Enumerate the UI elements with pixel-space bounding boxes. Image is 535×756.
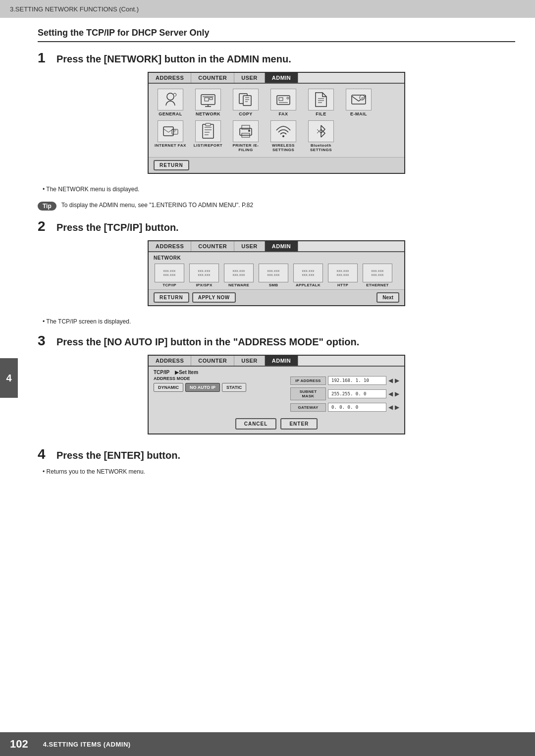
proto-smb[interactable]: xxx.xxx xxx.xxx SMB	[258, 264, 289, 287]
copy-icon-box	[233, 89, 259, 110]
bluetooth-icon-box	[308, 120, 334, 142]
icon-internet-fax[interactable]: INTERNET FAX	[154, 120, 187, 152]
icon-fax[interactable]: FAX	[267, 89, 300, 116]
screen-3-content: TCP/IP ▶Set Item ADDRESS MODE DYNAMIC NO…	[149, 367, 404, 433]
internet-fax-icon-box	[158, 120, 183, 142]
btn-enter[interactable]: ENTER	[280, 418, 318, 430]
icon-bluetooth[interactable]: Bluetooth SETTINGS	[304, 120, 338, 152]
ip-fields-section: IP ADDRESS 192.168. 1. 10 ◀ ▶ SUBNET MAS…	[290, 376, 399, 414]
fax-label: FAX	[278, 111, 288, 116]
side-tab: 4	[0, 358, 18, 398]
proto-appletalk-addr1: xxx.xxx	[302, 269, 314, 273]
proto-ipxspx-label: IPX/SPX	[196, 283, 212, 287]
main-content: Setting the TCP/IP for DHCP Server Only …	[18, 18, 535, 513]
screen-2-tab-user[interactable]: USER	[234, 241, 265, 251]
screen-3-tabs: ADDRESS COUNTER USER ADMIN	[149, 356, 404, 367]
tab-counter[interactable]: COUNTER	[191, 73, 234, 83]
icon-wireless[interactable]: WIRELESS SETTINGS	[267, 120, 300, 152]
page-footer: 102 4.SETTING ITEMS (ADMIN)	[0, 732, 535, 756]
gateway-value: 0. 0. 0. 0	[328, 403, 386, 412]
section-title: Setting the TCP/IP for DHCP Server Only	[38, 28, 515, 42]
side-tab-number: 4	[6, 373, 11, 384]
proto-tcpip-addr1: xxx.xxx	[163, 269, 175, 273]
footer-page-num: 102	[10, 738, 28, 751]
ip-address-left-arrow[interactable]: ◀	[388, 377, 393, 384]
svg-point-8	[287, 97, 289, 99]
icon-file[interactable]: FILE	[304, 89, 338, 116]
subnet-right-arrow[interactable]: ▶	[395, 390, 399, 397]
fax-icon-box	[270, 89, 296, 110]
proto-smb-addr1: xxx.xxx	[267, 269, 279, 273]
proto-appletalk-addr2: xxx.xxx	[302, 273, 314, 277]
screen-3-tab-user[interactable]: USER	[234, 356, 265, 366]
btn-static[interactable]: STATIC	[222, 383, 246, 392]
screen-1-wrapper: ADDRESS COUNTER USER ADMIN GENERAL	[38, 72, 515, 182]
icon-email[interactable]: @ E-MAIL	[342, 89, 375, 116]
screen-1: ADDRESS COUNTER USER ADMIN GENERAL	[148, 72, 405, 174]
btn-no-auto-ip[interactable]: NO AUTO IP	[185, 383, 220, 392]
screen-3-tab-address[interactable]: ADDRESS	[149, 356, 191, 366]
screen-2-tabs: ADDRESS COUNTER USER ADMIN	[149, 241, 404, 252]
network-content: NETWORK xxx.xxx xxx.xxx TCP/IP xxx.xxx x…	[149, 252, 404, 289]
icon-list-report[interactable]: LIST/REPORT	[191, 120, 225, 152]
internet-fax-label: INTERNET FAX	[155, 143, 186, 148]
general-label: GENERAL	[159, 111, 182, 116]
svg-rect-7	[279, 98, 283, 101]
bluetooth-label: Bluetooth SETTINGS	[304, 143, 338, 152]
screen-1-bottom: RETURN	[149, 157, 404, 173]
screen-2-next-btn[interactable]: Next	[376, 292, 399, 303]
file-icon-box	[308, 89, 334, 110]
tab-address[interactable]: ADDRESS	[149, 73, 191, 83]
network-label: NETWORK	[196, 111, 220, 116]
proto-tcpip[interactable]: xxx.xxx xxx.xxx TCP/IP	[154, 264, 185, 287]
screen-2-apply-btn[interactable]: APPLY NOW	[192, 292, 236, 303]
screen-3-title: TCP/IP ▶Set Item	[154, 370, 399, 375]
proto-http-addr2: xxx.xxx	[336, 273, 349, 277]
ip-address-right-arrow[interactable]: ▶	[395, 377, 399, 384]
screen-1-return-btn[interactable]: RETURN	[154, 160, 189, 170]
icon-copy[interactable]: COPY	[229, 89, 263, 116]
screen-3-tab-admin[interactable]: ADMIN	[265, 356, 299, 366]
btn-dynamic[interactable]: DYNAMIC	[154, 383, 183, 392]
screen-2-tab-counter[interactable]: COUNTER	[191, 241, 234, 251]
icon-network[interactable]: NETWORK	[191, 89, 225, 116]
step-4-text: Press the [ENTER] button.	[56, 450, 180, 461]
proto-netware-label: NETWARE	[228, 283, 249, 287]
icon-general[interactable]: GENERAL	[154, 89, 187, 116]
proto-netware-box: xxx.xxx xxx.xxx	[224, 264, 254, 282]
tab-user[interactable]: USER	[234, 73, 265, 83]
proto-ipxspx-addr1: xxx.xxx	[198, 269, 210, 273]
svg-rect-3	[210, 98, 213, 100]
step-1-heading: 1 Press the [NETWORK] button in the ADMI…	[38, 50, 515, 66]
step-1-text: Press the [NETWORK] button in the ADMIN …	[56, 54, 291, 65]
gateway-left-arrow[interactable]: ◀	[388, 404, 393, 411]
subnet-mask-row: SUBNET MASK 255.255. 0. 0 ◀ ▶	[290, 387, 399, 400]
proto-http-box: xxx.xxx xxx.xxx	[328, 264, 358, 282]
icon-printer[interactable]: PRINTER /E-FILING	[229, 120, 263, 152]
gateway-label: GATEWAY	[290, 403, 326, 412]
screen-2-tab-address[interactable]: ADDRESS	[149, 241, 191, 251]
proto-http[interactable]: xxx.xxx xxx.xxx HTTP	[327, 264, 359, 287]
proto-appletalk-label: APPLETALK	[296, 283, 321, 287]
proto-http-addr1: xxx.xxx	[336, 269, 349, 273]
proto-ipxspx-addr2: xxx.xxx	[198, 273, 210, 277]
protocol-grid: xxx.xxx xxx.xxx TCP/IP xxx.xxx xxx.xxx I…	[154, 264, 399, 287]
tab-admin[interactable]: ADMIN	[265, 73, 299, 83]
proto-appletalk-box: xxx.xxx xxx.xxx	[293, 264, 323, 282]
gateway-row: GATEWAY 0. 0. 0. 0 ◀ ▶	[290, 403, 399, 412]
screen-3-tab-counter[interactable]: COUNTER	[191, 356, 234, 366]
proto-smb-box: xxx.xxx xxx.xxx	[259, 264, 288, 282]
gateway-right-arrow[interactable]: ▶	[395, 404, 399, 411]
proto-netware[interactable]: xxx.xxx xxx.xxx NETWARE	[223, 264, 255, 287]
tip-text: To display the ADMIN menu, see "1.ENTERI…	[61, 201, 253, 210]
proto-appletalk[interactable]: xxx.xxx xxx.xxx APPLETALK	[292, 264, 324, 287]
screen-2-tab-admin[interactable]: ADMIN	[265, 241, 299, 251]
list-report-icon-box	[195, 120, 221, 142]
screen-2-return-btn[interactable]: RETURN	[154, 292, 189, 303]
btn-cancel[interactable]: CANCEL	[235, 418, 277, 430]
subnet-left-arrow[interactable]: ◀	[388, 390, 393, 397]
proto-ethernet-addr2: xxx.xxx	[371, 273, 383, 277]
proto-ipxspx[interactable]: xxx.xxx xxx.xxx IPX/SPX	[188, 264, 220, 287]
proto-ethernet[interactable]: xxx.xxx xxx.xxx ETHERNET	[362, 264, 393, 287]
step-4-note: Returns you to the NETWORK menu.	[43, 468, 515, 475]
